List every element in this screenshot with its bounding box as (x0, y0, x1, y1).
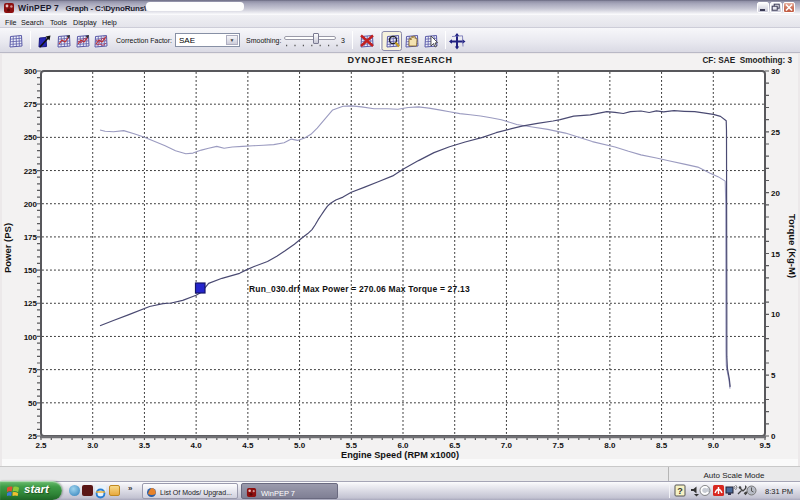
svg-text:250: 250 (24, 133, 38, 142)
svg-text:100: 100 (24, 333, 38, 342)
svg-text:125: 125 (24, 299, 38, 308)
svg-text:CF: SAE Smoothing: 3: CF: SAE Smoothing: 3 (702, 56, 792, 65)
svg-text:8.5: 8.5 (656, 441, 668, 450)
svg-text:15: 15 (771, 250, 780, 259)
svg-text:0: 0 (771, 432, 776, 441)
svg-text:300: 300 (24, 67, 38, 76)
svg-text:50: 50 (28, 399, 37, 408)
svg-text:6.5: 6.5 (449, 441, 461, 450)
svg-text:2.5: 2.5 (35, 441, 47, 450)
svg-text:150: 150 (24, 266, 38, 275)
svg-text:25: 25 (28, 432, 37, 441)
svg-text:3.0: 3.0 (87, 441, 99, 450)
svg-text:Engine Speed (RPM x1000): Engine Speed (RPM x1000) (341, 450, 459, 460)
svg-text:4.5: 4.5 (242, 441, 254, 450)
svg-text:225: 225 (24, 167, 38, 176)
svg-text:5.5: 5.5 (346, 441, 358, 450)
svg-text:175: 175 (24, 233, 38, 242)
svg-text:7.0: 7.0 (501, 441, 513, 450)
svg-text:?: ? (677, 486, 683, 496)
svg-text:7.5: 7.5 (553, 441, 565, 450)
svg-text:3.5: 3.5 (139, 441, 151, 450)
svg-text:Power (PS): Power (PS) (2, 223, 13, 273)
svg-text:20: 20 (771, 189, 780, 198)
svg-text:10: 10 (771, 310, 780, 319)
svg-text:Run_030.drf Max Power = 270.06: Run_030.drf Max Power = 270.06 Max Torqu… (249, 284, 470, 294)
svg-text:DYNOJET RESEARCH: DYNOJET RESEARCH (347, 55, 452, 65)
svg-text:275: 275 (24, 100, 38, 109)
svg-text:8.0: 8.0 (604, 441, 616, 450)
svg-text:5.0: 5.0 (294, 441, 306, 450)
svg-text:4.0: 4.0 (191, 441, 203, 450)
svg-text:9.5: 9.5 (759, 441, 771, 450)
svg-text:5: 5 (771, 371, 776, 380)
svg-text:9.0: 9.0 (708, 441, 720, 450)
svg-text:25: 25 (771, 128, 780, 137)
svg-text:6.0: 6.0 (397, 441, 409, 450)
svg-text:75: 75 (28, 366, 37, 375)
svg-text:Torque (Kg-M): Torque (Kg-M) (787, 214, 798, 278)
svg-text:200: 200 (24, 200, 38, 209)
svg-text:8:31 PM: 8:31 PM (765, 487, 793, 496)
svg-text:30: 30 (771, 67, 780, 76)
